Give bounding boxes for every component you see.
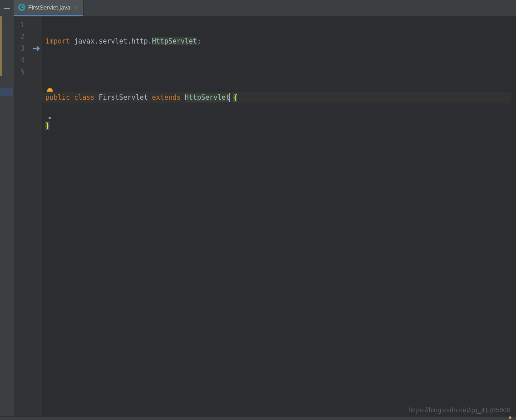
minimize-icon	[4, 8, 10, 9]
line-number: 4	[14, 54, 25, 66]
gutter-line-5[interactable]: 5	[14, 66, 42, 78]
override-gutter-icon[interactable]	[33, 45, 40, 52]
gutter[interactable]: 1 2 3 4 5	[14, 16, 42, 416]
brace-close: }	[45, 122, 49, 130]
class-name: FirstServlet	[98, 93, 147, 102]
line-number: 3	[14, 43, 25, 54]
imported-class: HttpServlet	[152, 37, 197, 45]
bulb-base	[49, 117, 51, 119]
code-editor[interactable]: import javax.servlet.http.HttpServlet; p…	[42, 16, 511, 416]
error-stripe[interactable]	[511, 16, 516, 416]
status-bar	[0, 416, 516, 420]
editor-tab-active[interactable]: C FirstServlet.java ×	[14, 0, 84, 16]
override-icon	[33, 45, 40, 52]
status-indicator-icon	[509, 416, 511, 419]
code-line-2[interactable]	[42, 63, 511, 75]
brace-open: {	[233, 93, 237, 102]
code-line-4[interactable]: }	[42, 120, 511, 132]
code-line-1[interactable]: import javax.servlet.http.HttpServlet;	[42, 35, 511, 47]
tab-bar: C FirstServlet.java ×	[0, 0, 516, 16]
tab-close-icon[interactable]: ×	[73, 4, 79, 11]
keyword-import: import	[45, 37, 70, 45]
tab-filename: FirstServlet.java	[28, 4, 70, 11]
editor-main: 1 2 3 4 5 import javax.servlet.http.Http…	[0, 16, 516, 416]
line-number: 1	[14, 19, 25, 31]
code-line-3[interactable]: public class FirstServlet extends HttpSe…	[42, 92, 511, 103]
watermark-text: https://blog.csdn.net/qq_41705909	[408, 406, 511, 414]
sidebar-minimize[interactable]	[0, 0, 14, 16]
vcs-change-marker	[0, 16, 2, 76]
left-margin	[0, 16, 14, 416]
package-path: javax.servlet.http.	[70, 37, 152, 45]
keyword-extends: extends	[152, 93, 181, 102]
line-number: 2	[14, 31, 25, 43]
gutter-line-1[interactable]: 1	[14, 19, 42, 31]
class-file-icon: C	[18, 4, 25, 11]
keyword-public: public	[45, 93, 70, 102]
intention-bulb-icon[interactable]	[46, 64, 54, 72]
code-line-5[interactable]	[42, 148, 511, 160]
gutter-line-4[interactable]: 4	[14, 54, 42, 66]
line-number: 5	[14, 66, 25, 78]
superclass-name: HttpServlet	[185, 93, 230, 102]
class-file-icon-letter: C	[20, 5, 23, 10]
vcs-change-marker-2	[0, 88, 13, 96]
gutter-line-2[interactable]: 2	[14, 31, 42, 43]
keyword-class: class	[74, 93, 94, 102]
semicolon: ;	[197, 37, 201, 45]
text-cursor	[229, 93, 230, 102]
gutter-line-3[interactable]: 3	[14, 43, 42, 54]
